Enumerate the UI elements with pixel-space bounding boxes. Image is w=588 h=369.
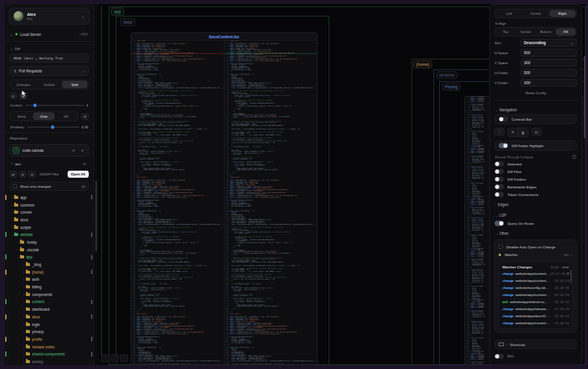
- h-align-right[interactable]: Right: [549, 10, 576, 17]
- canvas-control-3-button[interactable]: [120, 354, 128, 362]
- branch-row[interactable]: ⑂ dev ⟳: [11, 160, 88, 167]
- chevron-right-icon[interactable]: ›: [10, 225, 14, 229]
- reveal-toggle-row[interactable]: Selected: [495, 160, 577, 168]
- controls-bar-toggle[interactable]: [499, 117, 508, 122]
- chevron-right-icon[interactable]: ›: [22, 315, 26, 318]
- compare-arrows-icon[interactable]: ⇄: [9, 171, 17, 178]
- watcher-change-row[interactable]: changewebsite/app/docs/D…13:16:24: [502, 313, 569, 320]
- shortcuts-button[interactable]: ‹ Shortcuts: [495, 340, 577, 349]
- diff-folder-highlight-row[interactable]: Diff Folder Highlight: [495, 141, 577, 151]
- query-on-hover-toggle[interactable]: [495, 221, 504, 226]
- repository-card[interactable]: ❐ code-canvas ⟳ ✕: [9, 144, 89, 157]
- reset-config-button[interactable]: Reset Config: [495, 91, 577, 95]
- tree-item-husky[interactable]: ›.husky: [5, 238, 93, 246]
- tree-item-privacy[interactable]: ›privacy: [5, 328, 93, 335]
- chevron-right-icon[interactable]: ›: [22, 278, 26, 281]
- view-tab-changes[interactable]: Changes: [11, 81, 36, 88]
- chevron-right-icon[interactable]: ›: [22, 323, 26, 326]
- chevron-right-icon[interactable]: ›: [16, 248, 20, 251]
- tree-item-vscode[interactable]: ›.vscode: [5, 246, 93, 254]
- focus-scan-button[interactable]: ⛶: [495, 128, 505, 136]
- chevron-right-icon[interactable]: ›: [16, 240, 20, 244]
- tree-item-common[interactable]: ›common: [5, 201, 93, 209]
- reveal-toggle-row[interactable]: Backwards Edges: [495, 183, 577, 191]
- reveal-toggle-row[interactable]: Diff Files: [495, 168, 577, 175]
- file-node-docscontent[interactable]: DocsContent.tsx 1"use client";23import R…: [131, 32, 318, 365]
- toggle-off-icon[interactable]: [495, 177, 504, 182]
- user-card[interactable]: Alex Pro ⌄: [9, 8, 89, 25]
- tree-item-scripts[interactable]: ›scripts: [5, 224, 93, 231]
- checkbox-icon[interactable]: [13, 184, 17, 188]
- tree-item-login[interactable]: ›login: [5, 321, 93, 328]
- watcher-change-row[interactable]: changewebsite/app/release…13:16:24: [502, 305, 569, 313]
- tree-item-components[interactable]: ›components: [5, 291, 93, 298]
- chevron-right-icon[interactable]: ›: [22, 345, 26, 348]
- chevron-right-icon[interactable]: ›: [22, 263, 26, 267]
- similarity-slider-knob[interactable]: [51, 125, 55, 129]
- panel-scrollbar-thumb[interactable]: [584, 56, 586, 138]
- tree-item-dashboard[interactable]: ›dashboard: [5, 305, 93, 313]
- dev-toggle[interactable]: [495, 354, 504, 359]
- chevron-right-icon[interactable]: ›: [22, 285, 26, 289]
- v-align-bottom[interactable]: Bottom: [536, 28, 556, 35]
- watcher-change-row[interactable]: changewebsite/app/content…13:10:15: [502, 320, 569, 327]
- eye-off-icon[interactable]: ⊘: [19, 171, 26, 178]
- chevron-right-icon[interactable]: ›: [22, 330, 26, 334]
- tree-item-shared-components[interactable]: ›shared-components: [5, 350, 93, 358]
- diff-folder-highlight-toggle[interactable]: [499, 143, 508, 148]
- chevron-right-icon[interactable]: ›: [10, 195, 14, 199]
- view-tab-split[interactable]: Split: [62, 81, 88, 88]
- tree-item-profile[interactable]: ›profile: [5, 335, 93, 343]
- context-slider-knob[interactable]: [34, 104, 37, 107]
- tree-item-website[interactable]: ⌄website: [5, 231, 93, 238]
- pull-requests-button[interactable]: ⇅ Pull Requests ›: [9, 66, 89, 76]
- copy-icon[interactable]: [567, 272, 569, 275]
- field-input-h-space[interactable]: 500: [520, 49, 577, 56]
- view-tab-unified[interactable]: Unified: [36, 81, 62, 88]
- tree-item-docs[interactable]: ›docs: [5, 313, 93, 321]
- tree-item-auth[interactable]: ›auth: [5, 276, 93, 284]
- tree-item-_blog[interactable]: ›_blog: [5, 261, 93, 268]
- collapse-circle-icon[interactable]: ⊖: [81, 113, 89, 120]
- context-slider[interactable]: [25, 105, 84, 106]
- watcher-change-row[interactable]: addwebsite/app/shared-co…13:16:24: [502, 298, 569, 305]
- toggle-off-icon[interactable]: [495, 169, 504, 174]
- tree-item-content[interactable]: ›content: [5, 298, 93, 306]
- watcher-change-row[interactable]: changewebsite/app/content…13:16:53: [502, 277, 569, 284]
- diff-pane-right[interactable]: 1"use client";23import ReactMarkdown, { …: [225, 41, 318, 364]
- canvas-control-1-button[interactable]: [101, 354, 109, 362]
- chevron-right-icon[interactable]: ›: [22, 337, 26, 341]
- watcher-change-row[interactable]: changewebsite/app/content…13:16:39: [502, 291, 569, 298]
- reveal-toggle-row[interactable]: Diff Folders: [495, 175, 577, 183]
- folder-button[interactable]: 🗀: [532, 128, 542, 136]
- group-docs-label[interactable]: docs: [121, 18, 135, 26]
- navigation-section-header[interactable]: ⌄Navigation: [495, 108, 576, 112]
- word-tab-off[interactable]: Off: [55, 112, 77, 120]
- sidebar-scrollbar-thumb[interactable]: [95, 181, 97, 251]
- clear-selection-button[interactable]: ✕: [508, 128, 518, 137]
- other-section-header[interactable]: ⌄Other: [495, 231, 576, 235]
- local-server-row[interactable]: ⌄ Local Server :3001: [10, 30, 88, 38]
- tree-item-home[interactable]: ›(home): [5, 268, 93, 276]
- tree-item-app[interactable]: ›app: [5, 194, 93, 201]
- refresh-icon[interactable]: ⟳: [82, 161, 88, 167]
- word-tab-word[interactable]: Word: [11, 112, 33, 120]
- chevron-down-icon[interactable]: ⌄: [82, 14, 85, 18]
- toggle-off-icon[interactable]: [495, 192, 504, 197]
- chevron-right-icon[interactable]: ›: [22, 308, 26, 311]
- v-align-fill[interactable]: Fill: [556, 28, 576, 35]
- lsp-section-header[interactable]: ⌄LSP: [495, 213, 576, 217]
- word-tab-char[interactable]: Char: [33, 112, 55, 120]
- edges-section-header[interactable]: ›Edges: [495, 202, 576, 207]
- tree-item-app[interactable]: ⌄app: [5, 254, 93, 261]
- group-app-label[interactable]: app: [111, 8, 124, 15]
- diff-pane-left[interactable]: 1"use client";23import ReactMarkdown, { …: [131, 41, 225, 364]
- chevron-right-icon[interactable]: ›: [10, 203, 14, 207]
- watcher-idle-select[interactable]: idle ⌄: [564, 253, 573, 257]
- chevron-right-icon[interactable]: ›: [10, 218, 14, 221]
- chevron-down-icon[interactable]: ⌄: [10, 32, 13, 36]
- chevron-down-icon[interactable]: ⌄: [10, 233, 14, 237]
- h-align-left[interactable]: Left: [496, 10, 522, 17]
- similarity-slider[interactable]: [27, 127, 79, 128]
- field-input-h-folder[interactable]: 500: [520, 69, 577, 77]
